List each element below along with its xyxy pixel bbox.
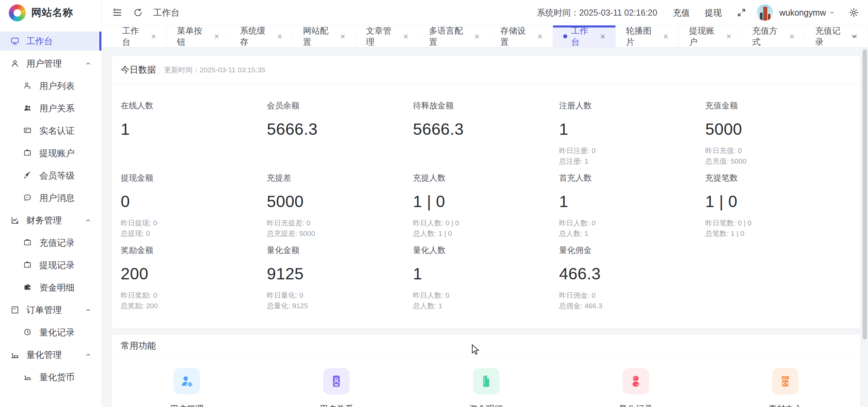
stat-sub: 昨日充提差: 0 — [267, 218, 413, 228]
sidebar-group-user-management[interactable]: 用户管理 — [0, 54, 101, 73]
monitor-icon — [10, 36, 20, 46]
brand-name: 网站名称 — [31, 6, 73, 20]
withdraw-link[interactable]: 提现 — [705, 7, 722, 18]
sidebar-item-workbench[interactable]: 工作台 — [0, 32, 101, 51]
fullscreen-icon[interactable] — [736, 7, 747, 18]
sidebar-item-label: 实名认证 — [39, 125, 75, 137]
stat-label: 注册人数 — [559, 100, 705, 111]
tab-carousel-images[interactable]: 轮播图片× — [616, 25, 679, 47]
rocket-icon — [23, 171, 33, 180]
chevron-up-icon — [84, 217, 92, 224]
refresh-icon[interactable] — [133, 7, 143, 18]
sidebar-item-user-messages[interactable]: 用户消息 — [0, 188, 101, 207]
quick-item-fund-details[interactable]: 资金明细 — [411, 368, 561, 407]
sidebar-group-order-management[interactable]: 订单管理 — [0, 300, 101, 319]
quick-item-user-management[interactable]: 用户管理 — [112, 368, 261, 407]
sidebar-item-quant-records[interactable]: 量化记录 — [0, 323, 101, 342]
close-icon[interactable]: × — [537, 31, 542, 42]
sidebar-item-label: 资金明细 — [39, 282, 75, 294]
tab-workbench-active[interactable]: 工作台× — [553, 25, 616, 47]
quick-item-label: 资金明细 — [469, 403, 503, 407]
main-area: 工作台 系统时间：2025-03-11 02:16:20 充值 提现 wukon… — [102, 0, 868, 407]
close-icon[interactable]: × — [789, 31, 794, 42]
sidebar-item-label: 用户列表 — [39, 80, 75, 92]
avatar[interactable] — [757, 4, 773, 21]
sidebar-item-real-name-auth[interactable]: 实名认证 — [0, 121, 101, 140]
active-tab-dot — [563, 34, 567, 38]
stat-sub: 总人数: 1 | 0 — [413, 228, 559, 239]
stat-value: 1 | 0 — [413, 192, 559, 211]
brand: 网站名称 — [0, 0, 101, 25]
stat-value: 5666.3 — [267, 120, 413, 138]
stat-sub: 昨日量化: 0 — [267, 290, 413, 300]
vertical-scrollbar[interactable] — [863, 49, 867, 339]
gear-icon[interactable] — [848, 7, 859, 18]
sidebar-item-user-relations[interactable]: 用户关系 — [0, 99, 101, 118]
sidebar-item-quant-currency[interactable]: 量化货币 — [0, 368, 101, 387]
sidebar-group-finance-management[interactable]: 财务管理 — [0, 211, 101, 230]
quick-item-user-relations[interactable]: 用户关系 — [261, 368, 411, 407]
close-icon[interactable]: × — [663, 31, 668, 42]
sidebar-item-label: 用户消息 — [39, 192, 75, 204]
quick-item-material-center[interactable]: 素材中心 — [711, 368, 860, 407]
sidebar-item-member-level[interactable]: 会员等级 — [0, 166, 101, 185]
tab-storage-settings[interactable]: 存储设置× — [490, 25, 553, 47]
quick-item-quant-records[interactable]: 量化记录 — [561, 368, 710, 407]
database-icon — [623, 368, 649, 394]
chevron-down-icon[interactable] — [829, 9, 835, 16]
tab-system-cache[interactable]: 系统缓存× — [230, 25, 293, 47]
tab-article-management[interactable]: 文章管理× — [356, 25, 419, 47]
stat-sub: 总人数: 1 — [559, 228, 705, 239]
close-icon[interactable]: × — [600, 31, 605, 42]
updated-time: 更新时间：2025-03-11 03:15:35 — [164, 65, 265, 75]
quick-item-label: 量化记录 — [619, 403, 653, 407]
stat-pending-release: 待释放金额 5666.3 — [413, 100, 559, 166]
close-icon[interactable]: × — [474, 31, 479, 42]
tab-recharge-methods[interactable]: 充值方式× — [742, 25, 805, 47]
tab-overflow-chevron-down-icon[interactable] — [850, 25, 859, 47]
tab-menu-buttons[interactable]: 菜单按钮× — [167, 25, 230, 47]
sidebar-item-label: 充值记录 — [39, 237, 75, 249]
wallet-icon — [23, 148, 33, 158]
sidebar-group-label: 订单管理 — [26, 304, 62, 316]
chevron-up-icon — [84, 351, 92, 358]
tab-label: 存储设置 — [500, 25, 533, 48]
close-icon[interactable]: × — [403, 31, 408, 42]
chevron-up-icon — [84, 60, 92, 67]
stat-sub: 昨日人数: 0 — [413, 290, 559, 300]
sidebar-item-user-list[interactable]: 用户列表 — [0, 76, 101, 95]
sidebar-group-quant-management[interactable]: 量化管理 — [0, 345, 101, 364]
tab-workbench[interactable]: 工作台× — [112, 25, 167, 47]
stat-label: 提现金额 — [121, 172, 267, 183]
recharge-link[interactable]: 充值 — [673, 7, 690, 18]
stat-label: 充提差 — [267, 172, 413, 183]
wallet-icon — [23, 260, 33, 270]
stat-first-recharge-users: 首充人数 1 昨日人数: 0 总人数: 1 — [559, 172, 705, 238]
stat-label: 充值金额 — [705, 100, 851, 111]
stat-sub: 总笔数: 1 | 0 — [705, 228, 851, 239]
tab-multilanguage-config[interactable]: 多语言配置× — [419, 25, 490, 47]
sidebar-item-withdraw-accounts[interactable]: 提现账户 — [0, 144, 101, 163]
stat-sub: 总充提差: 5000 — [267, 228, 413, 239]
stat-label: 首充人数 — [559, 172, 705, 183]
tab-withdraw-accounts[interactable]: 提现账户× — [679, 25, 742, 47]
close-icon[interactable]: × — [340, 31, 345, 42]
code-window-icon — [772, 368, 798, 394]
sidebar-item-recharge-records[interactable]: 充值记录 — [0, 233, 101, 252]
sidebar-item-fund-details[interactable]: 资金明细 — [0, 278, 101, 297]
close-icon[interactable]: × — [277, 31, 282, 42]
tab-site-config[interactable]: 网站配置× — [293, 25, 356, 47]
close-icon[interactable]: × — [151, 31, 156, 42]
stat-value: 5000 — [705, 120, 851, 138]
close-icon[interactable]: × — [726, 31, 731, 42]
close-icon[interactable]: × — [214, 31, 219, 42]
tab-label: 菜单按钮 — [177, 25, 210, 48]
tab-recharge-records[interactable]: 充值记录× — [805, 25, 868, 47]
collapse-sidebar-icon[interactable] — [112, 7, 123, 18]
sidebar-item-withdraw-records[interactable]: 提现记录 — [0, 256, 101, 275]
brand-logo-icon — [9, 4, 26, 21]
stat-sub: 昨日人数: 0 | 0 — [413, 218, 559, 228]
quick-item-label: 用户关系 — [319, 403, 353, 407]
username[interactable]: wukongymw — [779, 8, 826, 18]
sidebar-group-label: 用户管理 — [26, 58, 62, 70]
